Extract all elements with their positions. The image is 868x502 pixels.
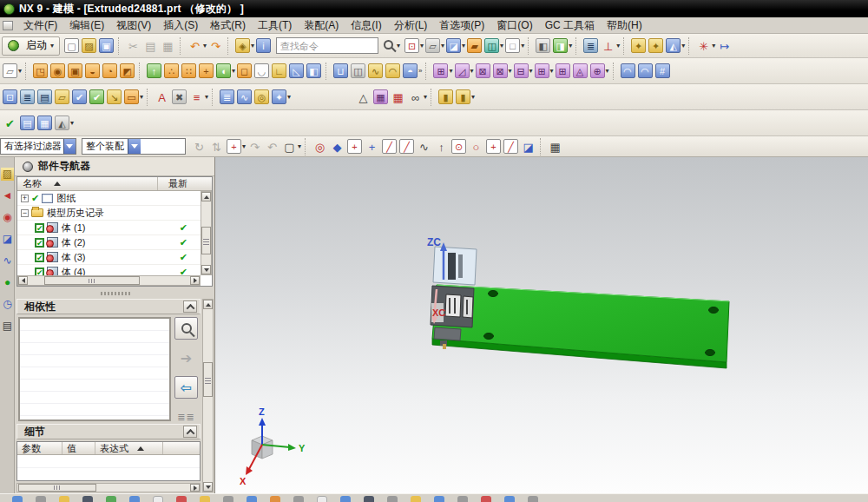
translucency-icon[interactable]: ◫▾ xyxy=(483,37,504,54)
move-face-icon[interactable]: ⊞▾ xyxy=(432,63,453,79)
visibility-checkbox[interactable] xyxy=(31,193,39,204)
measure-distance-icon[interactable]: ↦ xyxy=(716,37,733,54)
rotate-ccw-icon[interactable]: ↶ xyxy=(264,138,281,155)
visibility-toggle-icon[interactable]: ◭▾ xyxy=(665,37,686,54)
menu-item[interactable]: 装配(A) xyxy=(298,17,345,35)
details-horizontal-scrollbar[interactable] xyxy=(16,483,201,492)
tree-horizontal-scrollbar[interactable] xyxy=(17,275,201,286)
tree-row[interactable]: 模型历史记录 xyxy=(17,206,201,221)
check-mate-icon[interactable]: ✔ xyxy=(2,115,19,131)
extrude-icon[interactable]: ◳ xyxy=(32,63,49,79)
menu-item[interactable]: 分析(L) xyxy=(388,17,434,35)
assembly-navigator-icon[interactable]: ▨ xyxy=(1,168,14,181)
menu-item[interactable]: 帮助(H) xyxy=(601,17,648,35)
layer-settings-icon[interactable]: ▤ xyxy=(36,89,54,105)
chevron-down-icon[interactable] xyxy=(63,138,76,155)
center-snap-icon[interactable]: ⊙ xyxy=(450,138,468,155)
trim-body-icon[interactable]: ◫ xyxy=(350,63,367,79)
taskbar-icon[interactable] xyxy=(153,496,163,502)
taskbar-icon[interactable] xyxy=(12,496,23,502)
chamfer-icon[interactable]: ◧ xyxy=(306,63,323,79)
find-command-input[interactable] xyxy=(276,37,378,54)
reuse-library-icon[interactable]: ◪ xyxy=(1,233,14,246)
sync-modeling-icon[interactable]: ⊕▾ xyxy=(589,63,610,79)
window-next-icon[interactable]: ◨▾ xyxy=(552,37,573,54)
taskbar-icon[interactable] xyxy=(270,496,280,502)
circles-icon[interactable]: ∞▾ xyxy=(407,89,428,105)
four-point-surface-icon[interactable]: ◠ xyxy=(620,63,637,79)
search-icon[interactable] xyxy=(384,40,393,50)
datum-plane-icon[interactable]: ↑ xyxy=(146,63,163,79)
pattern-face-icon[interactable]: ⊞ xyxy=(555,63,572,79)
view-frame-icon[interactable]: ⊡ xyxy=(2,89,19,105)
shaded-select-icon[interactable]: ◆ xyxy=(329,138,346,155)
emboss-icon[interactable]: ◩ xyxy=(119,63,136,79)
dependencies-list[interactable] xyxy=(18,317,171,421)
constraint-navigator-icon[interactable]: ◄ xyxy=(1,189,14,202)
sketch-icon[interactable]: ▱▾ xyxy=(2,63,23,79)
taskbar-icon[interactable] xyxy=(317,496,327,502)
shaded-view-icon[interactable]: ◪▾ xyxy=(445,37,466,54)
taskbar-icon[interactable] xyxy=(200,496,210,502)
database-icon[interactable]: ≣ xyxy=(219,89,236,105)
tree-row[interactable]: 体 (2) ✔ xyxy=(17,235,201,250)
hd3d-tools-icon[interactable]: ∿ xyxy=(1,254,14,268)
boss-icon[interactable]: ◒ xyxy=(84,63,102,79)
dependencies-back-button[interactable]: ⇦ xyxy=(174,376,198,399)
blend-icon[interactable]: ⊔ xyxy=(332,63,350,79)
keys-icon[interactable]: ✦ xyxy=(648,37,665,54)
boolean-icon[interactable]: ◖▾ xyxy=(215,63,236,79)
menu-item[interactable]: 窗口(O) xyxy=(490,17,538,35)
tree-row[interactable]: 图纸 xyxy=(17,191,201,206)
examine-geometry-icon[interactable]: ✔ xyxy=(71,89,89,105)
new-file-icon[interactable]: ▢ xyxy=(63,37,81,54)
fit-view-icon[interactable]: ⊡▾ xyxy=(404,37,424,54)
taskbar-icon[interactable] xyxy=(106,496,116,502)
column-value[interactable]: 值 xyxy=(62,442,95,454)
table-add-icon[interactable]: ▦ xyxy=(390,89,407,105)
quadrant-snap-icon[interactable]: ○ xyxy=(468,138,485,155)
assembly-box-icon[interactable]: ▮ xyxy=(437,89,455,105)
hole[interactable] xyxy=(706,350,715,356)
column-expression[interactable]: 表达式 xyxy=(95,442,163,454)
selection-scope-dropdown[interactable]: 整个装配 xyxy=(82,138,186,155)
menu-item[interactable]: 编辑(E) xyxy=(63,17,110,35)
add-filter-icon[interactable]: +▾ xyxy=(226,138,247,155)
pins-icon[interactable]: ✳▾ xyxy=(695,37,716,54)
layer-stack-icon[interactable]: ≣ xyxy=(19,89,36,105)
ruler-hand-icon[interactable]: ≡▾ xyxy=(188,89,209,105)
details-column-header[interactable]: 参数 值 表达式 xyxy=(17,442,200,455)
render-style-icon[interactable]: ▰ xyxy=(466,37,483,54)
undo-icon[interactable]: ↶▾ xyxy=(187,37,207,54)
tree-row[interactable]: 体 (1) ✔ xyxy=(17,221,201,235)
menu-item[interactable]: 格式(R) xyxy=(204,17,252,35)
unite-icon[interactable]: + xyxy=(198,63,215,79)
endpoint-snap-icon[interactable]: ╱ xyxy=(381,138,398,155)
dependencies-search-button[interactable] xyxy=(174,317,198,340)
window-prev-icon[interactable]: ◧ xyxy=(535,37,552,54)
midpoint-snap-icon[interactable]: ╱ xyxy=(398,138,416,155)
selection-filter-dropdown[interactable]: 有选择过滤器 xyxy=(0,138,76,155)
taskbar-icon[interactable] xyxy=(457,496,468,502)
expander-icon[interactable] xyxy=(21,209,29,217)
pattern-feature-icon[interactable]: ∷ xyxy=(181,63,198,79)
export-icon[interactable]: ↘ xyxy=(106,89,123,105)
dependencies-forward-button[interactable]: ➔ xyxy=(174,347,198,369)
part-navigator-icon[interactable]: ◉ xyxy=(1,211,14,224)
taskbar-icon[interactable] xyxy=(293,496,304,502)
model-canvas[interactable]: ZC XC Z Y X xyxy=(215,157,868,493)
hole[interactable] xyxy=(489,291,498,297)
spring-icon[interactable]: ∿ xyxy=(236,89,253,105)
visibility-checkbox[interactable] xyxy=(35,223,44,233)
resize-face-icon[interactable]: ⊠▾ xyxy=(492,63,513,79)
snap-all-icon[interactable]: + xyxy=(346,138,364,155)
taskbar-icon[interactable] xyxy=(36,496,46,502)
panel-vertical-scrollbar[interactable] xyxy=(202,299,214,492)
marquee-icon[interactable]: ▢▾ xyxy=(281,138,302,155)
face-snap-icon[interactable]: ◪ xyxy=(520,138,537,155)
taskbar-icon[interactable] xyxy=(82,496,93,502)
sweep-icon[interactable]: ◠ xyxy=(385,63,402,79)
details-table[interactable]: 参数 值 表达式 xyxy=(16,441,201,481)
menu-item[interactable]: 文件(F) xyxy=(17,17,63,35)
tag-icon[interactable]: ▱ xyxy=(54,89,71,105)
